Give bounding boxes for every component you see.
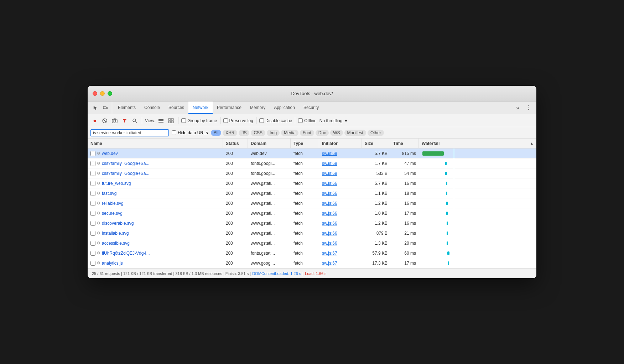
grid-view-button[interactable]	[167, 116, 175, 125]
tab-sources[interactable]: Sources	[164, 102, 188, 114]
table-row[interactable]: ⚙ installable.svg 200www.gstati...fetchs…	[88, 228, 536, 238]
cursor-icon[interactable]	[92, 104, 99, 111]
header-name[interactable]: Name	[88, 139, 223, 148]
gear-icon: ⚙	[97, 171, 100, 176]
row-size: 1.0 KB	[362, 208, 390, 218]
screenshot-button[interactable]	[110, 116, 119, 125]
header-domain[interactable]: Domain	[248, 139, 291, 148]
row-initiator[interactable]: sw.js:66	[319, 238, 362, 248]
tab-bar-icons	[89, 102, 112, 114]
row-checkbox[interactable]	[90, 251, 95, 256]
device-icon[interactable]	[102, 104, 109, 111]
row-checkbox[interactable]	[90, 161, 95, 166]
filter-ws-button[interactable]: WS	[330, 130, 343, 136]
filter-button[interactable]	[120, 116, 129, 125]
row-initiator[interactable]: sw.js:66	[319, 208, 362, 218]
row-initiator[interactable]: sw.js:66	[319, 198, 362, 208]
row-initiator[interactable]: sw.js:69	[319, 168, 362, 178]
row-checkbox[interactable]	[90, 171, 95, 176]
filter-js-button[interactable]: JS	[239, 130, 249, 136]
row-initiator[interactable]: sw.js:66	[319, 228, 362, 238]
table-row[interactable]: ⚙ discoverable.svg 200www.gstati...fetch…	[88, 218, 536, 228]
table-row[interactable]: ⚙ css?family=Google+Sa... 200fonts.googl…	[88, 158, 536, 168]
throttle-select[interactable]: No throttling ▼	[318, 118, 350, 124]
tab-security[interactable]: Security	[299, 102, 323, 114]
maximize-button[interactable]	[108, 91, 112, 96]
row-checkbox[interactable]	[90, 221, 95, 226]
row-checkbox[interactable]	[90, 191, 95, 196]
gear-icon: ⚙	[97, 181, 100, 186]
tab-network[interactable]: Network	[188, 102, 213, 114]
filter-font-button[interactable]: Font	[300, 130, 314, 136]
filter-img-button[interactable]: Img	[267, 130, 280, 136]
offline-label[interactable]: Offline	[298, 118, 316, 123]
header-size[interactable]: Size	[362, 139, 390, 148]
tab-performance[interactable]: Performance	[213, 102, 246, 114]
table-row[interactable]: ⚙ web.dev 200web.devfetchsw.js:695.7 KB8…	[88, 149, 536, 158]
row-checkbox[interactable]	[90, 211, 95, 216]
table-row[interactable]: ⚙ future_web.svg 200www.gstati...fetchsw…	[88, 178, 536, 188]
row-checkbox[interactable]	[90, 181, 95, 186]
row-initiator[interactable]: sw.js:66	[319, 178, 362, 188]
table-row[interactable]: ⚙ secure.svg 200www.gstati...fetchsw.js:…	[88, 208, 536, 218]
row-waterfall	[419, 198, 536, 208]
row-waterfall	[419, 258, 536, 268]
header-time[interactable]: Time	[390, 139, 419, 148]
table-row[interactable]: ⚙ accessible.svg 200www.gstati...fetchsw…	[88, 238, 536, 248]
tab-application[interactable]: Application	[270, 102, 299, 114]
row-checkbox[interactable]	[90, 261, 95, 266]
offline-checkbox[interactable]	[298, 118, 303, 123]
row-waterfall	[419, 178, 536, 188]
table-row[interactable]: ⚙ reliable.svg 200www.gstati...fetchsw.j…	[88, 198, 536, 208]
more-options-button[interactable]: ⋮	[522, 104, 535, 111]
close-button[interactable]	[93, 91, 97, 96]
row-checkbox[interactable]	[90, 201, 95, 206]
hide-data-urls-label[interactable]: Hide data URLs	[172, 130, 208, 135]
filter-other-button[interactable]: Other	[368, 130, 384, 136]
row-initiator[interactable]: sw.js:66	[319, 218, 362, 228]
group-by-frame-checkbox[interactable]	[181, 118, 186, 123]
filter-doc-button[interactable]: Doc	[316, 130, 329, 136]
preserve-log-checkbox[interactable]	[223, 118, 228, 123]
minimize-button[interactable]	[100, 91, 105, 96]
tab-overflow-button[interactable]: »	[513, 105, 522, 111]
row-initiator[interactable]: sw.js:66	[319, 188, 362, 198]
header-waterfall[interactable]: Waterfall ▲	[419, 139, 536, 148]
disable-cache-label[interactable]: Disable cache	[259, 118, 292, 123]
table-row[interactable]: ⚙ fast.svg 200www.gstati...fetchsw.js:66…	[88, 188, 536, 198]
row-initiator[interactable]: sw.js:69	[319, 149, 362, 158]
hide-data-urls-checkbox[interactable]	[172, 130, 176, 135]
table-row[interactable]: ⚙ css?family=Google+Sa... 200fonts.googl…	[88, 168, 536, 178]
row-checkbox[interactable]	[90, 151, 95, 156]
row-initiator[interactable]: sw.js:67	[319, 258, 362, 268]
filter-media-button[interactable]: Media	[281, 130, 298, 136]
disable-cache-checkbox[interactable]	[259, 118, 264, 123]
tab-memory[interactable]: Memory	[246, 102, 270, 114]
filter-input[interactable]	[90, 129, 169, 136]
header-status[interactable]: Status	[223, 139, 248, 148]
row-initiator[interactable]: sw.js:67	[319, 248, 362, 258]
header-initiator[interactable]: Initiator	[319, 139, 362, 148]
list-view-button[interactable]	[157, 116, 165, 125]
group-by-frame-label[interactable]: Group by frame	[181, 118, 217, 123]
row-checkbox[interactable]	[90, 241, 95, 246]
row-checkbox[interactable]	[90, 231, 95, 236]
filter-all-button[interactable]: All	[211, 130, 221, 136]
filter-manifest-button[interactable]: Manifest	[344, 130, 366, 136]
svg-rect-13	[171, 119, 173, 120]
search-button[interactable]	[130, 116, 139, 125]
clear-button[interactable]	[100, 116, 109, 125]
filter-css-button[interactable]: CSS	[251, 130, 265, 136]
table-row[interactable]: ⚙ analytics.js 200www.googl...fetchsw.js…	[88, 258, 536, 268]
load-marker-line	[454, 158, 454, 168]
table-row[interactable]: ⚙ flUhRq6tzZclQEJ-Vdg-I... 200fonts.gsta…	[88, 248, 536, 258]
row-type: fetch	[291, 248, 319, 258]
divider-5	[295, 117, 295, 124]
filter-xhr-button[interactable]: XHR	[223, 130, 237, 136]
tab-elements[interactable]: Elements	[114, 102, 140, 114]
preserve-log-label[interactable]: Preserve log	[223, 118, 253, 123]
record-button[interactable]: ●	[90, 116, 99, 125]
header-type[interactable]: Type	[291, 139, 319, 148]
row-initiator[interactable]: sw.js:69	[319, 158, 362, 168]
tab-console[interactable]: Console	[140, 102, 164, 114]
